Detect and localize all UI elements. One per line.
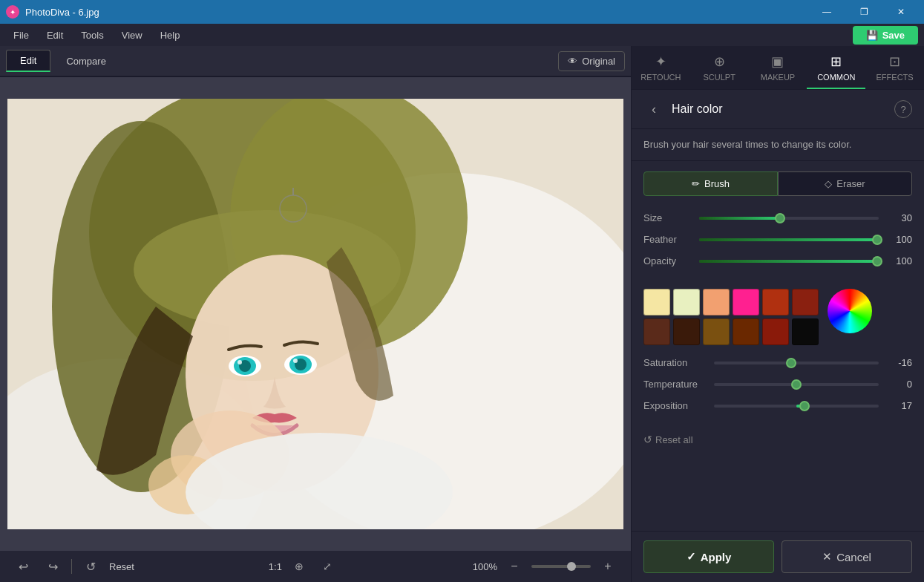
swatch-4[interactable]: [762, 289, 789, 315]
reset-label: Reset: [109, 561, 134, 572]
panel-description: Brush your hair several times to change …: [632, 129, 924, 161]
swatch-7[interactable]: [673, 318, 700, 345]
opacity-slider[interactable]: [699, 260, 879, 263]
color-grid: [643, 289, 819, 345]
x-icon: ✕: [822, 550, 832, 563]
zoom-in-button[interactable]: +: [597, 555, 619, 578]
temperature-label: Temperature: [643, 379, 707, 390]
color-wheel[interactable]: [828, 289, 872, 333]
zoom-out-button[interactable]: −: [503, 555, 525, 578]
menu-edit[interactable]: Edit: [39, 27, 71, 44]
menu-view[interactable]: View: [114, 27, 150, 44]
tab-retouch[interactable]: ✦ RETOUCH: [632, 46, 690, 89]
swatch-2[interactable]: [703, 289, 730, 315]
size-value: 30: [886, 212, 912, 223]
opacity-label: Opacity: [643, 255, 692, 267]
undo-button[interactable]: ↩: [12, 555, 34, 578]
pan-button[interactable]: ⊕: [288, 555, 310, 578]
feather-value: 100: [886, 234, 912, 245]
menu-file[interactable]: File: [6, 27, 36, 44]
eraser-icon: ◇: [825, 178, 832, 189]
canvas-image: [7, 99, 623, 529]
tab-edit[interactable]: Edit: [6, 50, 50, 72]
feather-slider-row: Feather 100: [643, 234, 912, 245]
fit-button[interactable]: ⤢: [316, 555, 338, 578]
save-button[interactable]: 💾 Save: [853, 26, 918, 45]
panel-header: ‹ Hair color ?: [632, 90, 924, 129]
swatch-3[interactable]: [733, 289, 759, 315]
exposition-row: Exposition 17: [643, 400, 912, 411]
bottom-toolbar: ↩ ↪ ↺ Reset 1:1 ⊕ ⤢ 100% − +: [0, 551, 631, 582]
size-slider-row: Size 30: [643, 212, 912, 223]
tab-bar: ✦ RETOUCH ⊕ SCULPT ▣ MAKEUP ⊞ COMMON ⊡ E…: [632, 46, 924, 90]
opacity-slider-row: Opacity 100: [643, 255, 912, 267]
brush-eraser-toggle: ✏ Brush ◇ Eraser: [643, 171, 912, 196]
saturation-slider[interactable]: [714, 362, 879, 364]
svg-point-15: [293, 359, 298, 363]
size-label: Size: [643, 212, 692, 223]
exposition-slider[interactable]: [714, 405, 879, 408]
effects-icon: ⊡: [889, 53, 900, 70]
color-section: [632, 289, 924, 357]
swatch-6[interactable]: [643, 318, 670, 345]
swatch-8[interactable]: [703, 318, 730, 345]
tab-effects[interactable]: ⊡ EFFECTS: [865, 46, 924, 89]
app-icon: ✦: [6, 5, 19, 19]
save-icon: 💾: [866, 30, 878, 41]
canvas-area: Edit Compare 👁 Original: [0, 46, 631, 582]
original-button[interactable]: 👁 Original: [558, 51, 625, 71]
right-panel: ✦ RETOUCH ⊕ SCULPT ▣ MAKEUP ⊞ COMMON ⊡ E…: [631, 46, 924, 582]
tab-sculpt[interactable]: ⊕ SCULPT: [690, 46, 749, 89]
main-layout: Edit Compare 👁 Original: [0, 46, 924, 582]
swatch-1[interactable]: [673, 289, 700, 315]
size-slider[interactable]: [699, 217, 879, 220]
menu-help[interactable]: Help: [153, 27, 188, 44]
feather-slider[interactable]: [699, 238, 879, 241]
redo-button[interactable]: ↪: [42, 555, 64, 578]
minimize-button[interactable]: —: [810, 0, 844, 24]
adjustment-sliders: Saturation -16 Temperature 0: [632, 357, 924, 431]
sculpt-icon: ⊕: [714, 53, 725, 70]
tab-retouch-label: RETOUCH: [640, 73, 681, 82]
reset-row: ↺ Reset all: [632, 431, 924, 454]
cancel-button[interactable]: ✕ Cancel: [782, 540, 912, 573]
app-title: PhotoDiva - 6.jpg: [25, 7, 99, 18]
makeup-icon: ▣: [771, 53, 784, 70]
saturation-label: Saturation: [643, 357, 707, 368]
swatch-0[interactable]: [643, 289, 670, 315]
portrait-svg: [7, 99, 623, 529]
brush-sliders: Size 30 Feather 100: [632, 206, 924, 289]
reset-all-button[interactable]: ↺ Reset all: [643, 434, 693, 445]
close-button[interactable]: ✕: [884, 0, 918, 24]
tab-common[interactable]: ⊞ COMMON: [807, 46, 865, 89]
brush-button[interactable]: ✏ Brush: [643, 171, 778, 196]
check-icon: ✓: [687, 550, 696, 563]
right-panel-content: ‹ Hair color ? Brush your hair several t…: [632, 90, 924, 531]
tab-makeup[interactable]: ▣ MAKEUP: [749, 46, 807, 89]
eraser-button[interactable]: ◇ Eraser: [778, 171, 912, 196]
common-icon: ⊞: [830, 53, 842, 70]
panel-title: Hair color: [672, 102, 887, 116]
brush-icon: ✏: [692, 178, 700, 189]
zoom-slider[interactable]: [531, 565, 591, 568]
temperature-slider[interactable]: [714, 383, 879, 386]
menu-tools[interactable]: Tools: [73, 27, 111, 44]
swatch-5[interactable]: [792, 289, 819, 315]
title-bar: ✦ PhotoDiva - 6.jpg — ❐ ✕: [0, 0, 924, 24]
maximize-button[interactable]: ❐: [847, 0, 881, 24]
reset-icon: ↺: [643, 434, 652, 445]
zoom-ratio: 1:1: [269, 561, 282, 572]
help-button[interactable]: ?: [894, 100, 912, 118]
tab-makeup-label: MAKEUP: [761, 73, 795, 82]
tab-compare[interactable]: Compare: [52, 50, 119, 72]
temperature-value: 0: [886, 379, 912, 390]
swatch-10[interactable]: [762, 318, 789, 345]
back-button[interactable]: ‹: [643, 99, 664, 120]
swatch-11[interactable]: [792, 318, 819, 345]
opacity-value: 100: [886, 255, 912, 267]
swatch-9[interactable]: [733, 318, 759, 345]
saturation-row: Saturation -16: [643, 357, 912, 368]
reset-icon[interactable]: ↺: [79, 555, 102, 578]
canvas-container[interactable]: [0, 77, 631, 551]
apply-button[interactable]: ✓ Apply: [643, 540, 774, 573]
